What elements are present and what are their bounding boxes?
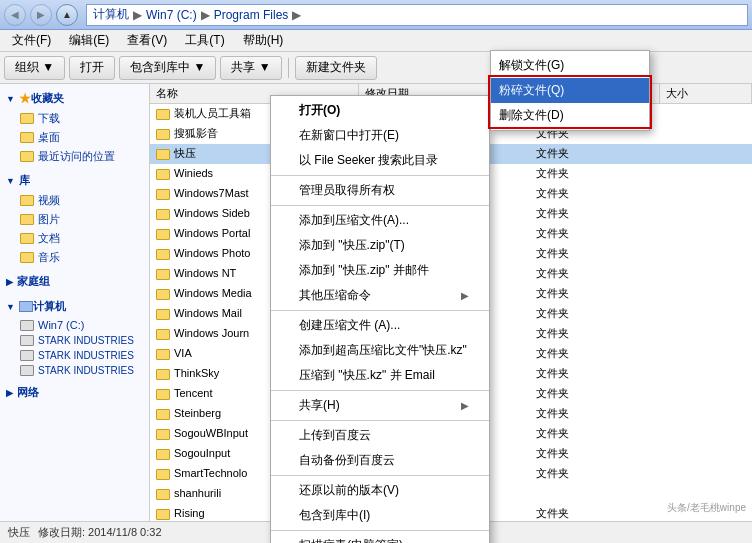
address-computer[interactable]: 计算机 bbox=[93, 6, 129, 23]
ctx-item-6[interactable]: 添加到压缩文件(A)... bbox=[271, 208, 489, 233]
ctx-item-label: 创建压缩文件 (A)... bbox=[299, 317, 400, 334]
open-button[interactable]: 打开 bbox=[69, 56, 115, 80]
ctx-item-13[interactable]: 压缩到 "快压.kz" 并 Email bbox=[271, 363, 489, 388]
sidebar-item-win7c[interactable]: Win7 (C:) bbox=[0, 317, 149, 333]
ctx-item-left: 自动备份到百度云 bbox=[279, 452, 395, 469]
sub-ctx-item-1[interactable]: 粉碎文件(Q) bbox=[491, 78, 649, 103]
ctx-item-label: 添加到压缩文件(A)... bbox=[299, 212, 409, 229]
nav-buttons: ◀ ▶ ▲ bbox=[4, 4, 78, 26]
sidebar-item-stark2[interactable]: STARK INDUSTRIES bbox=[0, 348, 149, 363]
include-button[interactable]: 包含到库中 ▼ bbox=[119, 56, 216, 80]
ctx-item-left: 还原以前的版本(V) bbox=[279, 482, 399, 499]
ctx-item-4[interactable]: 管理员取得所有权 bbox=[271, 178, 489, 203]
sub-ctx-item-0[interactable]: 解锁文件(G) bbox=[491, 53, 649, 78]
ctx-item-17[interactable]: 上传到百度云 bbox=[271, 423, 489, 448]
folder-icon bbox=[156, 389, 170, 400]
sidebar-item-download[interactable]: 下载 bbox=[0, 109, 149, 128]
sidebar-item-documents[interactable]: 文档 bbox=[0, 229, 149, 248]
ctx-item-20[interactable]: 还原以前的版本(V) bbox=[271, 478, 489, 503]
share-button[interactable]: 共享 ▼ bbox=[220, 56, 281, 80]
ctx-separator bbox=[271, 530, 489, 531]
ctx-item-12[interactable]: 添加到超高压缩比文件"快压.kz" bbox=[271, 338, 489, 363]
organize-button[interactable]: 组织 ▼ bbox=[4, 56, 65, 80]
sidebar-item-stark3[interactable]: STARK INDUSTRIES bbox=[0, 363, 149, 378]
ctx-separator bbox=[271, 420, 489, 421]
back-button[interactable]: ◀ bbox=[4, 4, 26, 26]
folder-icon bbox=[156, 249, 170, 260]
address-bar[interactable]: 计算机 ▶ Win7 (C:) ▶ Program Files ▶ bbox=[86, 4, 748, 26]
drive-icon bbox=[20, 320, 34, 331]
ctx-item-18[interactable]: 自动备份到百度云 bbox=[271, 448, 489, 473]
ctx-item-label: 其他压缩命令 bbox=[299, 287, 371, 304]
sidebar-item-desktop[interactable]: 桌面 bbox=[0, 128, 149, 147]
ctx-item-label: 扫描病毒(电脑管家) bbox=[299, 537, 403, 543]
sidebar-favorites-header[interactable]: ▼ ★ 收藏夹 bbox=[0, 88, 149, 109]
ctx-item-left: 压缩到 "快压.kz" 并 Email bbox=[279, 367, 435, 384]
sidebar-network-section: ▶ 网络 bbox=[0, 382, 149, 403]
ctx-item-2[interactable]: 以 File Seeker 搜索此目录 bbox=[271, 148, 489, 173]
menu-file[interactable]: 文件(F) bbox=[4, 30, 59, 51]
folder-icon bbox=[156, 129, 170, 140]
sidebar-item-video[interactable]: 视频 bbox=[0, 191, 149, 210]
sidebar-item-music[interactable]: 音乐 bbox=[0, 248, 149, 267]
ctx-separator bbox=[271, 310, 489, 311]
ctx-item-21[interactable]: 包含到库中(I) bbox=[271, 503, 489, 528]
ctx-item-8[interactable]: 添加到 "快压.zip" 并邮件 bbox=[271, 258, 489, 283]
menu-view[interactable]: 查看(V) bbox=[119, 30, 175, 51]
menu-tools[interactable]: 工具(T) bbox=[177, 30, 232, 51]
sidebar-computer-header[interactable]: ▼ 计算机 bbox=[0, 296, 149, 317]
favorites-star: ★ bbox=[19, 91, 31, 106]
sidebar-item-pictures[interactable]: 图片 bbox=[0, 210, 149, 229]
new-folder-button[interactable]: 新建文件夹 bbox=[295, 56, 377, 80]
up-button[interactable]: ▲ bbox=[56, 4, 78, 26]
folder-icon bbox=[156, 309, 170, 320]
ctx-item-label: 添加到 "快压.zip" 并邮件 bbox=[299, 262, 429, 279]
file-type-cell: 文件夹 bbox=[530, 506, 661, 521]
ctx-item-label: 还原以前的版本(V) bbox=[299, 482, 399, 499]
ctx-item-0[interactable]: 打开(O) bbox=[271, 98, 489, 123]
file-type-cell: 文件夹 bbox=[530, 226, 661, 241]
ctx-item-left: 添加到压缩文件(A)... bbox=[279, 212, 409, 229]
sidebar-item-recent[interactable]: 最近访问的位置 bbox=[0, 147, 149, 166]
ctx-item-left: 创建压缩文件 (A)... bbox=[279, 317, 400, 334]
ctx-item-7[interactable]: 添加到 "快压.zip"(T) bbox=[271, 233, 489, 258]
sub-ctx-item-2[interactable]: 删除文件(D) bbox=[491, 103, 649, 128]
file-type-cell: 文件夹 bbox=[530, 446, 661, 461]
ctx-item-9[interactable]: 其他压缩命令▶ bbox=[271, 283, 489, 308]
folder-icon bbox=[156, 329, 170, 340]
folder-icon bbox=[156, 189, 170, 200]
file-type-cell: 文件夹 bbox=[530, 306, 661, 321]
ctx-item-left: 共享(H) bbox=[279, 397, 340, 414]
sidebar-library-header[interactable]: ▼ 库 bbox=[0, 170, 149, 191]
folder-icon bbox=[156, 409, 170, 420]
menu-edit[interactable]: 编辑(E) bbox=[61, 30, 117, 51]
sidebar-item-stark1[interactable]: STARK INDUSTRIES bbox=[0, 333, 149, 348]
ctx-item-label: 管理员取得所有权 bbox=[299, 182, 395, 199]
folder-icon bbox=[156, 449, 170, 460]
ctx-item-left: 管理员取得所有权 bbox=[279, 182, 395, 199]
status-date: 修改日期: 2014/11/8 0:32 bbox=[38, 525, 162, 540]
homegroup-arrow: ▶ bbox=[6, 277, 13, 287]
homegroup-label: 家庭组 bbox=[17, 274, 50, 289]
address-folder[interactable]: Program Files bbox=[214, 8, 289, 22]
ctx-item-23[interactable]: 扫描病毒(电脑管家) bbox=[271, 533, 489, 543]
download-folder-icon bbox=[20, 113, 34, 124]
col-header-size[interactable]: 大小 bbox=[660, 84, 752, 103]
ctx-item-15[interactable]: 共享(H)▶ bbox=[271, 393, 489, 418]
sidebar-network-header[interactable]: ▶ 网络 bbox=[0, 382, 149, 403]
folder-icon bbox=[156, 229, 170, 240]
menu-help[interactable]: 帮助(H) bbox=[235, 30, 292, 51]
ctx-separator bbox=[271, 205, 489, 206]
computer-icon bbox=[19, 301, 33, 312]
address-drive[interactable]: Win7 (C:) bbox=[146, 8, 197, 22]
sidebar-homegroup-header[interactable]: ▶ 家庭组 bbox=[0, 271, 149, 292]
ctx-item-left: 添加到超高压缩比文件"快压.kz" bbox=[279, 342, 467, 359]
file-type-cell: 文件夹 bbox=[530, 326, 661, 341]
ctx-item-1[interactable]: 在新窗口中打开(E) bbox=[271, 123, 489, 148]
ctx-item-label: 上传到百度云 bbox=[299, 427, 371, 444]
network-arrow: ▶ bbox=[6, 388, 13, 398]
ctx-submenu-arrow: ▶ bbox=[461, 290, 469, 301]
folder-icon bbox=[156, 109, 170, 120]
forward-button[interactable]: ▶ bbox=[30, 4, 52, 26]
ctx-item-11[interactable]: 创建压缩文件 (A)... bbox=[271, 313, 489, 338]
